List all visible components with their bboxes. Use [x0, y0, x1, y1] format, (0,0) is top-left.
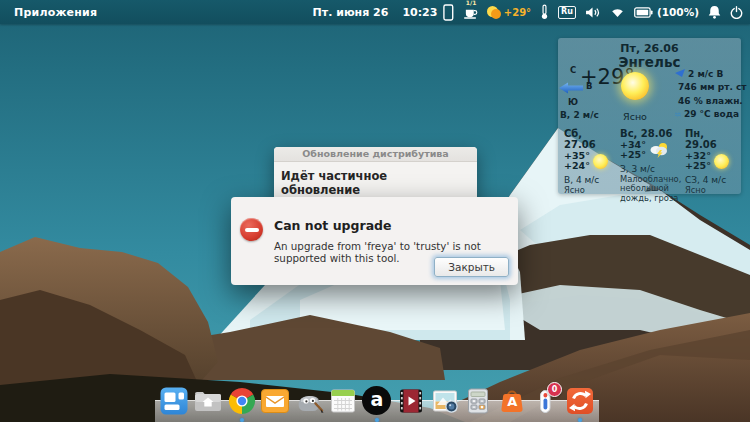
detail-wind: 2 м/с В	[675, 67, 739, 81]
window-titlebar[interactable]: Обновление дистрибутива	[274, 147, 477, 162]
phone-icon[interactable]	[443, 4, 454, 21]
forecast-day-1: Сб, 27.06 +35°+24° В, 4 м/с Ясно	[561, 128, 617, 192]
error-title: Can not upgrade	[274, 218, 506, 233]
dock-icon-files[interactable]	[192, 385, 224, 417]
battery-percent: (100%)	[657, 6, 699, 18]
system-tray: 1/1 +29° Ru (100%)	[443, 4, 750, 21]
top-panel: Приложения Пт. июня 2610:23 1/1 +29° Ru …	[0, 0, 750, 24]
dock-icon-videos[interactable]	[395, 385, 427, 417]
dock-icon-mail[interactable]	[259, 385, 291, 417]
water-temp-icon	[675, 110, 681, 119]
sun-icon	[621, 72, 649, 100]
dock-icon-calculator[interactable]	[462, 385, 494, 417]
dock-icon-updates[interactable]: 0	[530, 385, 562, 417]
sunny-icon	[714, 154, 729, 169]
dock: a	[155, 380, 599, 422]
coffee-indicator-icon[interactable]: 1/1	[463, 6, 478, 19]
current-wind: В, 2 м/с	[560, 110, 599, 120]
weather-indicator-icon[interactable]: +29°	[487, 5, 531, 20]
dock-icon-chrome[interactable]	[226, 385, 258, 417]
coffee-badge: 1/1	[466, 0, 477, 6]
error-icon	[240, 218, 263, 241]
dock-icon-app-a[interactable]: a	[361, 385, 393, 417]
detail-water-temp: 29 °С вода	[675, 108, 739, 122]
detail-humidity: 46 % влажн.	[675, 94, 739, 108]
error-dialog: Can not upgrade An upgrade from 'freya' …	[231, 197, 518, 285]
wifi-icon[interactable]	[610, 7, 625, 18]
wind-icon	[675, 69, 685, 78]
upgrade-heading: Идёт частичное обновление	[281, 169, 470, 197]
thermometer-icon[interactable]	[540, 4, 549, 20]
dock-icon-gimp[interactable]	[293, 385, 325, 417]
running-indicator	[578, 418, 582, 422]
compass-north: С	[570, 65, 576, 75]
running-indicator	[375, 418, 379, 422]
dock-icon-appcenter[interactable]: A	[496, 385, 528, 417]
dock-icon-photos[interactable]	[429, 385, 461, 417]
panel-time[interactable]: 10:23	[402, 6, 437, 19]
weather-widget[interactable]: Пт, 26.06 Энгельс С В Ю В, 2 м/с +29° Яс…	[558, 38, 741, 194]
applications-menu[interactable]: Приложения	[14, 6, 97, 19]
sun-icon	[487, 5, 502, 20]
compass-south: Ю	[568, 97, 578, 107]
storm-icon	[649, 142, 669, 158]
sunny-icon	[593, 154, 608, 169]
volume-icon[interactable]	[585, 6, 601, 19]
battery-indicator[interactable]: (100%)	[634, 6, 699, 18]
keyboard-layout-indicator[interactable]: Ru	[558, 6, 576, 19]
detail-pressure: 746 мм рт. ст	[675, 81, 739, 95]
dock-icon-sync[interactable]	[564, 385, 596, 417]
close-button[interactable]: Закрыть	[434, 257, 509, 277]
dock-icon-multitasking[interactable]	[158, 385, 190, 417]
forecast: Сб, 27.06 +35°+24° В, 4 м/с Ясно Вс, 28.…	[558, 128, 741, 192]
appcenter-letter: A	[496, 394, 528, 409]
panel-date[interactable]: Пт. июня 26	[313, 6, 389, 19]
notifications-bell-icon[interactable]	[708, 5, 721, 19]
session-power-icon[interactable]	[730, 6, 743, 19]
weather-details: 2 м/с В 746 мм рт. ст 46 % влажн. 29 °С …	[675, 67, 739, 121]
running-indicator	[240, 418, 244, 422]
dock-icon-calendar[interactable]	[327, 385, 359, 417]
a-logo-icon: a	[362, 386, 391, 415]
forecast-day-3: Пн, 29.06 +32°+25° СЗ, 4 м/с Ясно	[682, 128, 738, 192]
forecast-day-2: Вс, 28.06 +34°+25° З, 3 м/с Малооблачно,…	[617, 128, 682, 192]
panel-temperature: +29°	[504, 7, 531, 18]
current-condition: Ясно	[608, 111, 662, 122]
